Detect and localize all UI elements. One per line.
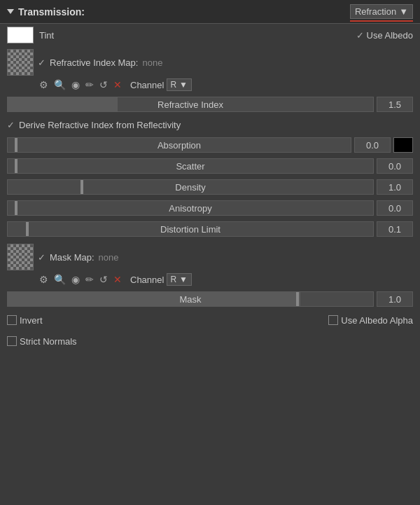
anisotropy-label: Anisotropy	[8, 203, 373, 214]
refractive-index-map-thumb[interactable]	[7, 49, 34, 76]
absorption-color-swatch[interactable]	[393, 137, 413, 153]
mask-pencil-icon[interactable]: ✏	[84, 273, 95, 286]
x-icon[interactable]: ✕	[112, 78, 123, 91]
refractive-index-label: Refractive Index	[8, 99, 373, 110]
refraction-dropdown-label: Refraction	[355, 6, 396, 17]
scatter-value[interactable]: 0.0	[377, 158, 413, 174]
distortion-limit-row: Distortion Limit 0.1	[0, 219, 420, 240]
derive-label: Derive Refractive Index from Reflectivit…	[19, 120, 181, 130]
refractive-index-map-value: none	[142, 57, 162, 68]
mask-value[interactable]: 1.0	[377, 291, 413, 307]
mask-circle-dot-icon[interactable]: ◉	[70, 273, 81, 286]
mask-row: Mask 1.0	[0, 289, 420, 310]
tint-color-swatch[interactable]	[7, 27, 34, 43]
use-albedo-alpha-checkbox[interactable]	[328, 315, 338, 325]
tint-row: Tint ✓ Use Albedo	[0, 24, 420, 46]
channel-arrow: ▼	[179, 80, 188, 90]
refractive-index-map-label: Refractive Index Map:	[50, 57, 138, 68]
mask-channel-value: R	[170, 275, 176, 284]
scatter-label: Scatter	[8, 161, 373, 172]
absorption-row: Absorption 0.0	[0, 134, 420, 155]
absorption-label: Absorption	[8, 140, 351, 151]
mask-map-section: ✓ Mask Map: none ⚙ 🔍 ◉ ✏ ↺ ✕ Channel R ▼	[0, 240, 420, 289]
distortion-limit-value[interactable]: 0.1	[377, 221, 413, 237]
density-slider[interactable]: Density	[7, 179, 374, 195]
refraction-dropdown[interactable]: Refraction ▼	[350, 4, 413, 19]
strict-normals-checkbox[interactable]	[7, 336, 17, 346]
mask-label: Mask	[8, 294, 373, 305]
scatter-row: Scatter 0.0	[0, 155, 420, 177]
refractive-index-value[interactable]: 1.5	[377, 97, 413, 112]
invert-row: Invert Use Albedo Alpha	[0, 310, 420, 331]
use-albedo-label: Use Albedo	[367, 30, 414, 41]
mask-search-icon[interactable]: 🔍	[52, 273, 67, 286]
mask-map-label: Mask Map:	[50, 252, 94, 263]
density-value[interactable]: 1.0	[377, 179, 413, 195]
refraction-dropdown-group: Refraction ▼	[350, 4, 413, 19]
derive-checkbox-row: ✓ Derive Refractive Index from Reflectiv…	[0, 115, 420, 134]
circle-dot-icon[interactable]: ◉	[70, 78, 81, 91]
strict-normals-row: Strict Normals	[0, 331, 420, 352]
mask-channel-label: Channel	[130, 275, 164, 285]
refractive-index-map-check[interactable]: ✓	[38, 57, 46, 68]
mask-slider[interactable]: Mask	[7, 291, 374, 307]
collapse-icon[interactable]	[7, 9, 14, 14]
anisotropy-slider[interactable]: Anisotropy	[7, 200, 374, 216]
refraction-dropdown-arrow: ▼	[399, 6, 408, 17]
mask-channel-dropdown[interactable]: R ▼	[167, 273, 192, 286]
distortion-limit-slider[interactable]: Distortion Limit	[7, 221, 374, 237]
density-label: Density	[8, 182, 373, 193]
mask-map-thumb[interactable]	[7, 244, 34, 270]
mask-map-check[interactable]: ✓	[38, 252, 46, 263]
mask-map-value: none	[99, 252, 119, 263]
derive-check[interactable]: ✓	[7, 120, 15, 130]
refractive-index-map-top: ✓ Refractive Index Map: none	[7, 49, 413, 76]
absorption-value[interactable]: 0.0	[354, 137, 391, 153]
invert-label: Invert	[20, 315, 43, 326]
density-row: Density 1.0	[0, 177, 420, 198]
refractive-index-map-section: ✓ Refractive Index Map: none ⚙ 🔍 ◉ ✏ ↺ ✕…	[0, 46, 420, 94]
mask-map-controls: ⚙ 🔍 ◉ ✏ ↺ ✕ Channel R ▼	[38, 273, 413, 286]
panel-title-group[interactable]: Transmission:	[7, 6, 85, 18]
anisotropy-row: Anisotropy 0.0	[0, 198, 420, 219]
panel-title: Transmission:	[18, 6, 85, 18]
mask-refresh-icon[interactable]: ↺	[98, 273, 109, 286]
scatter-slider[interactable]: Scatter	[7, 158, 374, 174]
refresh-icon[interactable]: ↺	[98, 78, 109, 91]
mask-gear-icon[interactable]: ⚙	[38, 273, 50, 286]
channel-label: Channel	[130, 80, 164, 90]
absorption-slider[interactable]: Absorption	[7, 137, 351, 153]
anisotropy-value[interactable]: 0.0	[377, 200, 413, 216]
use-albedo-alpha-label: Use Albedo Alpha	[341, 315, 413, 326]
panel-header: Transmission: Refraction ▼	[0, 0, 420, 24]
refractive-index-slider[interactable]: Refractive Index	[7, 97, 374, 112]
distortion-limit-label: Distortion Limit	[8, 224, 373, 235]
mask-map-top: ✓ Mask Map: none	[7, 244, 413, 270]
mask-x-icon[interactable]: ✕	[112, 273, 123, 286]
refractive-index-row: Refractive Index 1.5	[0, 94, 420, 115]
tint-label: Tint	[39, 30, 54, 41]
channel-value: R	[170, 80, 176, 90]
refractive-index-map-controls: ⚙ 🔍 ◉ ✏ ↺ ✕ Channel R ▼	[38, 78, 413, 91]
channel-dropdown[interactable]: R ▼	[167, 78, 192, 91]
strict-normals-label: Strict Normals	[20, 336, 77, 347]
search-icon[interactable]: 🔍	[52, 78, 67, 91]
use-albedo-check[interactable]: ✓	[356, 30, 364, 41]
transmission-panel: Transmission: Refraction ▼ Tint ✓ Use Al…	[0, 0, 420, 352]
refraction-underline	[350, 20, 413, 22]
pencil-icon[interactable]: ✏	[84, 78, 95, 91]
use-albedo-group: ✓ Use Albedo	[356, 30, 414, 41]
invert-checkbox[interactable]	[7, 315, 17, 325]
gear-icon[interactable]: ⚙	[38, 78, 50, 91]
mask-channel-arrow: ▼	[179, 275, 188, 284]
